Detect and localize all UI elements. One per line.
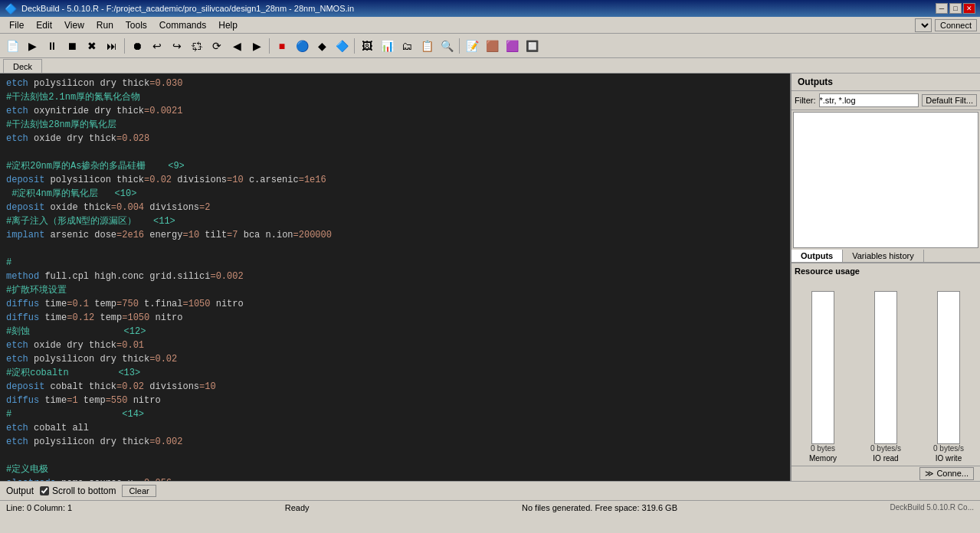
kill-button[interactable]: ✖ bbox=[83, 37, 101, 55]
tb-btn-11[interactable]: ■ bbox=[273, 37, 291, 55]
ioread-bar-container bbox=[874, 291, 897, 444]
tb-btn-6[interactable]: ↪ bbox=[168, 37, 186, 55]
tb-btn-13[interactable]: ◆ bbox=[313, 37, 331, 55]
resource-section: Resource usage 0 bytes Memory 0 bytes/s … bbox=[792, 263, 980, 466]
resource-ioread: 0 bytes/s IO read bbox=[857, 291, 914, 463]
record-button[interactable]: ⏺ bbox=[128, 37, 146, 55]
tb-btn-14[interactable]: 🔷 bbox=[333, 37, 351, 55]
tb-btn-19[interactable]: 🔍 bbox=[438, 37, 456, 55]
right-connect-button[interactable]: ≫ Conne... bbox=[919, 467, 974, 480]
clear-button[interactable]: Clear bbox=[122, 485, 156, 497]
code-line: #刻蚀 <12> bbox=[6, 325, 784, 338]
main-layout: etch polysilicon dry thick=0.030#干法刻蚀2.1… bbox=[0, 74, 980, 481]
new-button[interactable]: 📄 bbox=[3, 37, 21, 55]
editor-panel: etch polysilicon dry thick=0.030#干法刻蚀2.1… bbox=[0, 74, 790, 481]
code-line: electrode name=source x=-0.056 bbox=[6, 476, 784, 481]
tb-btn-12[interactable]: 🔵 bbox=[293, 37, 311, 55]
connection-dropdown[interactable] bbox=[915, 18, 932, 32]
filter-label: Filter: bbox=[795, 96, 816, 105]
outputs-header: Outputs bbox=[792, 74, 980, 91]
status-position: Line: 0 Column: 1 bbox=[6, 503, 72, 512]
right-connect-bar: ≫ Conne... bbox=[792, 466, 980, 481]
tb-btn-5[interactable]: ↩ bbox=[148, 37, 166, 55]
code-line: etch cobalt all bbox=[6, 421, 784, 435]
menu-edit[interactable]: Edit bbox=[30, 18, 58, 32]
code-line bbox=[6, 449, 784, 463]
tb-btn-8[interactable]: ⟳ bbox=[208, 37, 226, 55]
iowrite-label: IO write bbox=[936, 454, 962, 463]
code-line: etch polysilicon dry thick=0.02 bbox=[6, 352, 784, 366]
connect-button[interactable]: Connect bbox=[935, 19, 977, 31]
menu-file[interactable]: File bbox=[3, 18, 30, 32]
status-bar: Line: 0 Column: 1 Ready No files generat… bbox=[0, 500, 980, 514]
menu-commands[interactable]: Commands bbox=[153, 18, 212, 32]
memory-bar-container bbox=[811, 291, 834, 444]
scroll-checkbox[interactable] bbox=[40, 486, 49, 495]
title-bar-left: 🔷 DeckBuild - 5.0.10.R - F:/project_acad… bbox=[5, 3, 354, 15]
tb-btn-16[interactable]: 📊 bbox=[378, 37, 396, 55]
tb-btn-21[interactable]: 🟫 bbox=[483, 37, 501, 55]
minimize-button[interactable]: ─ bbox=[936, 3, 948, 14]
code-line: #干法刻蚀2.1nm厚的氮氧化合物 bbox=[6, 90, 784, 104]
status-version: DeckBuild 5.0.10.R Co... bbox=[890, 503, 974, 512]
code-line: deposit polysilicon thick=0.02 divisions… bbox=[6, 173, 784, 187]
run-button[interactable]: ▶ bbox=[23, 37, 41, 55]
ioread-label: IO read bbox=[873, 454, 898, 463]
resource-iowrite: 0 bytes/s IO write bbox=[920, 291, 977, 463]
code-line bbox=[6, 146, 784, 159]
title-bar-controls: ─ □ ✕ bbox=[936, 3, 975, 14]
memory-value: 0 bytes bbox=[811, 444, 835, 453]
close-button[interactable]: ✕ bbox=[963, 3, 975, 14]
code-line: #淀积20nm厚的As掺杂的多晶硅栅 <9> bbox=[6, 159, 784, 173]
code-line: implant arsenic dose=2e16 energy=10 tilt… bbox=[6, 228, 784, 242]
outputs-content bbox=[793, 112, 978, 248]
tb-btn-17[interactable]: 🗂 bbox=[398, 37, 416, 55]
tab-deck[interactable]: Deck bbox=[3, 59, 42, 73]
tab-variables-history[interactable]: Variables history bbox=[843, 250, 924, 262]
menu-view[interactable]: View bbox=[58, 18, 90, 32]
code-line: etch oxynitride dry thick=0.0021 bbox=[6, 104, 784, 118]
tb-btn-22[interactable]: 🟪 bbox=[503, 37, 521, 55]
resource-memory: 0 bytes Memory bbox=[795, 291, 851, 463]
maximize-button[interactable]: □ bbox=[949, 3, 962, 14]
code-line: #淀积cobaltn <13> bbox=[6, 366, 784, 380]
stop-button[interactable]: ⏹ bbox=[63, 37, 81, 55]
default-filter-button[interactable]: Default Filt... bbox=[922, 94, 977, 106]
right-panel: Outputs Filter: Default Filt... Outputs … bbox=[790, 74, 980, 481]
toolbar-sep-4 bbox=[459, 38, 460, 54]
code-line: method full.cpl high.conc grid.silici=0.… bbox=[6, 270, 784, 283]
bottom-strip: Output Scroll to bottom Clear Line: 0 Co… bbox=[0, 481, 980, 519]
menu-tools[interactable]: Tools bbox=[120, 18, 153, 32]
toolbar-sep-2 bbox=[269, 38, 270, 54]
tab-outputs[interactable]: Outputs bbox=[792, 250, 843, 262]
code-line: diffus time=0.1 temp=750 t.final=1050 ni… bbox=[6, 297, 784, 311]
scroll-to-bottom-check[interactable]: Scroll to bottom bbox=[40, 486, 116, 496]
code-line: #离子注入（形成N型的源漏区） <11> bbox=[6, 214, 784, 228]
scroll-label: Scroll to bottom bbox=[52, 486, 116, 496]
tb-btn-9[interactable]: ◀ bbox=[228, 37, 246, 55]
tb-btn-15[interactable]: 🖼 bbox=[358, 37, 376, 55]
menu-bar: File Edit View Run Tools Commands Help C… bbox=[0, 17, 980, 34]
code-line: deposit oxide thick=0.004 divisions=2 bbox=[6, 201, 784, 214]
tb-btn-10[interactable]: ▶ bbox=[247, 37, 266, 55]
code-line: #定义电极 bbox=[6, 463, 784, 476]
tb-btn-23[interactable]: 🔲 bbox=[523, 37, 541, 55]
resource-title: Resource usage bbox=[795, 266, 977, 276]
menu-run[interactable]: Run bbox=[90, 18, 120, 32]
tb-btn-7[interactable]: ⮔ bbox=[188, 37, 206, 55]
code-line: #扩散环境设置 bbox=[6, 283, 784, 297]
step-button[interactable]: ⏭ bbox=[103, 37, 121, 55]
output-label: Output bbox=[6, 486, 34, 496]
pause-button[interactable]: ⏸ bbox=[43, 37, 61, 55]
toolbar-sep-3 bbox=[354, 38, 355, 54]
output-toolbar: Output Scroll to bottom Clear bbox=[0, 482, 980, 500]
code-area[interactable]: etch polysilicon dry thick=0.030#干法刻蚀2.1… bbox=[0, 74, 790, 481]
status-files: No files generated. Free space: 319.6 GB bbox=[522, 503, 677, 512]
code-line bbox=[6, 242, 784, 256]
tab-bar: Deck bbox=[0, 58, 980, 74]
tb-btn-20[interactable]: 📝 bbox=[463, 37, 481, 55]
iowrite-bar-container bbox=[937, 291, 960, 444]
tb-btn-18[interactable]: 📋 bbox=[418, 37, 436, 55]
menu-help[interactable]: Help bbox=[212, 18, 244, 32]
filter-input[interactable] bbox=[819, 93, 919, 107]
